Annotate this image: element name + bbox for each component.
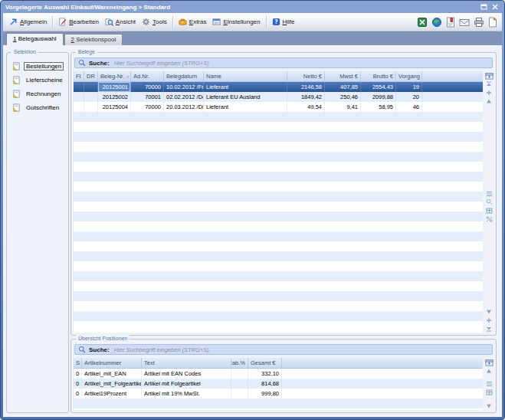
column-header-gesamt[interactable]: Gesamt € — [248, 358, 282, 368]
empty-row — [74, 221, 483, 231]
menu-allgemein[interactable]: Allgemein — [6, 16, 50, 28]
column-header-s[interactable]: S — [74, 358, 82, 368]
list-view-icon[interactable] — [484, 189, 494, 198]
tab-belegauswahl[interactable]: 1 Belegauswahl — [6, 33, 64, 45]
excel-icon[interactable] — [417, 17, 428, 28]
table-row[interactable]: 20125001 70000 10.02.2012 /Fr Lieferant … — [74, 82, 483, 92]
positionen-group-label: Übersicht Positionen — [76, 335, 130, 343]
scroll-to-top-icon[interactable] — [484, 80, 494, 88]
belege-grid-rail — [484, 71, 494, 333]
close-window-icon[interactable] — [490, 3, 500, 11]
globe-icon[interactable] — [431, 17, 442, 28]
scroll-down-icon[interactable] — [484, 307, 494, 316]
printer-icon[interactable] — [474, 17, 484, 28]
magnifier-document-icon — [105, 18, 113, 26]
document-icon — [12, 103, 21, 112]
menu-einstellungen[interactable]: Einstellungen — [209, 16, 263, 28]
empty-row — [74, 321, 483, 331]
help-icon: ? — [272, 18, 280, 26]
column-header-adnr[interactable]: Ad.Nr. — [131, 71, 164, 81]
toolbar-quick-actions — [417, 13, 497, 31]
table-row[interactable]: 20125004 70000 20.03.2012 /Di Lieferant … — [74, 102, 483, 112]
pdf-document-icon[interactable] — [446, 17, 455, 28]
positionen-grid-rail — [484, 358, 494, 410]
document-icon — [12, 62, 21, 71]
column-header-dr[interactable]: DR — [84, 71, 98, 81]
table-row[interactable]: 0 Artikel_mit_EAN Artikel mit EAN Codes … — [74, 369, 483, 379]
move-row-down-icon[interactable] — [484, 316, 494, 324]
empty-row — [74, 271, 483, 281]
grid-view-icon[interactable] — [484, 206, 494, 215]
toolbar-separator — [172, 16, 173, 28]
sidebar-item-lieferscheine[interactable]: Lieferscheine — [12, 76, 67, 84]
percent-view-icon[interactable] — [484, 215, 494, 223]
grid-view-icon[interactable] — [484, 389, 494, 397]
empty-row — [74, 122, 483, 132]
table-row[interactable]: 20125002 70001 02.02.2012 /Do Lieferant … — [74, 92, 483, 102]
sort-descending-icon: ▿ — [126, 74, 129, 79]
belege-group: Belege Suche: FI DR Beleg-Nr.▿ Ad.Nr. Be… — [71, 52, 497, 336]
empty-row — [74, 202, 483, 212]
document-icon — [12, 90, 21, 98]
menu-bearbeiten[interactable]: Bearbeiten — [55, 16, 102, 28]
restore-window-icon[interactable] — [479, 3, 488, 11]
toolbox-icon — [179, 18, 187, 26]
empty-row — [74, 142, 483, 152]
export-grid-icon[interactable] — [484, 358, 494, 366]
empty-row — [74, 301, 483, 311]
list-view-icon[interactable] — [484, 380, 494, 389]
mail-icon[interactable] — [459, 18, 470, 27]
positionen-search-bar: Suche: — [74, 344, 493, 355]
arrow-up-right-icon — [9, 18, 18, 26]
column-header-vorgang[interactable]: Vorgang — [396, 71, 422, 81]
sidebar-item-bestellungen[interactable]: Bestellungen — [12, 62, 67, 71]
empty-row — [74, 132, 483, 142]
column-header-text[interactable]: Text — [142, 358, 231, 368]
column-header-artikelnummer[interactable]: Artikelnummer — [82, 358, 142, 368]
empty-row — [74, 399, 483, 409]
column-header-name[interactable]: Name — [204, 71, 287, 81]
positionen-search-label: Suche: — [89, 346, 110, 353]
move-row-icon[interactable] — [484, 88, 494, 97]
menu-tools[interactable]: Tools — [139, 16, 170, 28]
document-icon — [12, 76, 21, 84]
toolbar-separator — [266, 16, 267, 28]
scroll-down-icon[interactable] — [484, 402, 494, 410]
column-header-rab[interactable]: Rab.% — [231, 358, 248, 368]
menu-ansicht[interactable]: Ansicht — [102, 16, 139, 28]
empty-row — [74, 172, 483, 182]
column-header-belegdatum[interactable]: Belegdatum — [164, 71, 204, 81]
table-row[interactable]: 0 Artikel_mit_Folgeartikel Artikel mit F… — [74, 379, 483, 389]
focused-cell[interactable]: 20125001 — [98, 82, 131, 92]
belege-search-input[interactable] — [113, 58, 489, 68]
tab-selektionspool[interactable]: 2 Selektionspool — [64, 34, 123, 45]
column-header-belegnr[interactable]: Beleg-Nr.▿ — [98, 71, 131, 81]
menu-hilfe[interactable]: ? Hilfe — [269, 16, 298, 28]
belege-group-label: Belege — [76, 48, 97, 56]
empty-row — [74, 261, 483, 271]
new-document-icon[interactable] — [488, 17, 497, 28]
window-body: Allgemein Bearbeiten Ansicht Tools Extra… — [3, 13, 502, 417]
column-header-fi[interactable]: FI — [74, 71, 84, 81]
empty-row — [74, 182, 483, 192]
export-grid-icon[interactable] — [484, 71, 494, 80]
column-header-mwst[interactable]: Mwst € — [325, 71, 361, 81]
sidebar-item-gutschriften[interactable]: Gutschriften — [12, 103, 67, 112]
scroll-up-icon[interactable] — [484, 366, 494, 375]
column-header-netto[interactable]: Netto € — [287, 71, 325, 81]
positionen-group: Übersicht Positionen Suche: S Artikelnum… — [71, 339, 497, 413]
scroll-up-icon[interactable] — [484, 97, 494, 105]
search-detail-icon[interactable] — [484, 198, 494, 206]
column-header-brutto[interactable]: Brutto € — [361, 71, 396, 81]
belege-search-label: Suche: — [89, 60, 110, 67]
toolbar-separator — [52, 16, 53, 28]
empty-row — [74, 291, 483, 301]
positionen-search-input[interactable] — [113, 345, 489, 355]
menu-extras[interactable]: Extras — [175, 16, 210, 28]
settings-panel-icon — [212, 18, 221, 26]
table-row[interactable]: 0 Artikel19Prozent Artikel mit 19% MwSt.… — [74, 389, 483, 399]
sidebar-item-rechnungen[interactable]: Rechnungen — [12, 90, 67, 98]
application-window: Vorgelagerte Auswahl Einkauf/Wareneingan… — [0, 0, 505, 420]
scroll-to-bottom-icon[interactable] — [484, 324, 494, 333]
empty-row — [74, 152, 483, 162]
